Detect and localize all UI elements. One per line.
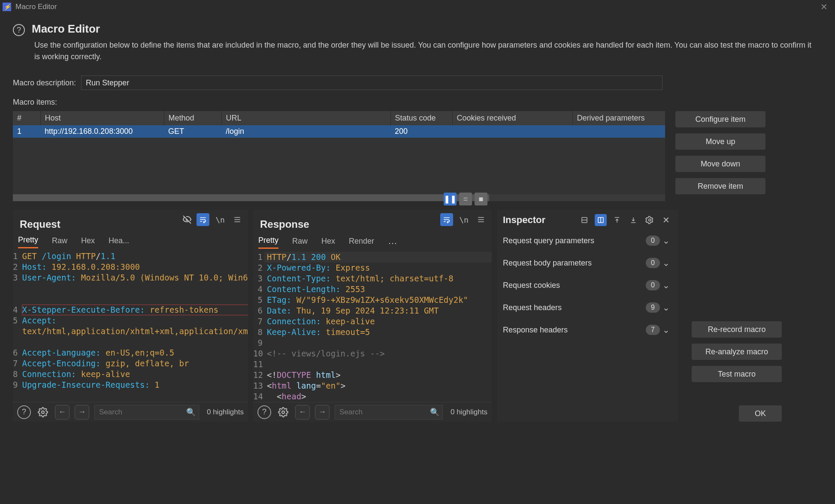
re-record-macro-button[interactable]: Re-record macro bbox=[692, 321, 782, 338]
hamburger-icon[interactable] bbox=[231, 213, 244, 226]
response-pane: ❚❚ = ■ \n Response PrettyRawHexRender… 1… bbox=[253, 210, 492, 422]
chevron-down-icon[interactable]: ⌄ bbox=[660, 302, 672, 313]
help-icon[interactable]: ? bbox=[13, 24, 25, 36]
gear-icon[interactable] bbox=[644, 214, 656, 226]
tab-pretty[interactable]: Pretty bbox=[258, 236, 278, 249]
column-header[interactable]: # bbox=[13, 111, 40, 125]
newline-icon[interactable]: \n bbox=[214, 213, 227, 226]
next-match-button[interactable]: → bbox=[75, 405, 89, 419]
tab-hex[interactable]: Hex bbox=[321, 237, 335, 248]
response-editor[interactable]: HTTP/1.1 200 OKX-Powered-By: ExpressCont… bbox=[264, 252, 492, 402]
hamburger-icon[interactable] bbox=[475, 213, 487, 226]
test-macro-button[interactable]: Test macro bbox=[692, 366, 782, 382]
chevron-down-icon[interactable]: ⌄ bbox=[660, 280, 672, 290]
gear-icon[interactable] bbox=[36, 405, 50, 419]
inspector-row[interactable]: Response headers7⌄ bbox=[497, 319, 678, 341]
search-icon[interactable]: 🔍 bbox=[430, 407, 439, 417]
request-search-input[interactable] bbox=[94, 405, 199, 419]
pause-icon[interactable]: ❚❚ bbox=[444, 193, 457, 205]
chevron-down-icon[interactable]: ⌄ bbox=[660, 235, 672, 246]
window-close-button[interactable]: ✕ bbox=[814, 1, 833, 12]
tab-hea[interactable]: Hea... bbox=[109, 236, 129, 248]
move-down-button[interactable]: Move down bbox=[675, 156, 765, 172]
column-header[interactable]: URL bbox=[221, 111, 390, 125]
inspector-row-label: Request cookies bbox=[503, 281, 560, 290]
inspector-row-label: Request body parameters bbox=[503, 259, 592, 268]
response-highlight-count: 0 highlights bbox=[448, 408, 487, 416]
configure-item-button[interactable]: Configure item bbox=[675, 111, 765, 127]
column-header[interactable]: Derived parameters bbox=[572, 111, 665, 125]
remove-item-button[interactable]: Remove item bbox=[675, 178, 765, 194]
prev-match-button[interactable]: ← bbox=[295, 405, 310, 419]
layout-rows-icon[interactable] bbox=[578, 214, 590, 226]
intro-text: Use the configuration below to define th… bbox=[34, 39, 815, 63]
close-icon[interactable]: ✕ bbox=[660, 214, 672, 226]
chevron-down-icon[interactable]: ⌄ bbox=[660, 258, 672, 268]
tab-hex[interactable]: Hex bbox=[81, 236, 95, 248]
count-badge: 0 bbox=[646, 280, 660, 290]
response-search-input[interactable] bbox=[335, 405, 443, 419]
inspector-row-label: Request headers bbox=[503, 303, 562, 312]
column-header[interactable]: Status code bbox=[390, 111, 452, 125]
svg-point-0 bbox=[42, 411, 44, 413]
tab-raw[interactable]: Raw bbox=[52, 236, 67, 248]
request-pane: \n Request PrettyRawHexHea... 123456789 … bbox=[13, 210, 248, 422]
collapse-up-icon[interactable] bbox=[611, 214, 623, 226]
count-badge: 9 bbox=[646, 302, 660, 313]
column-header[interactable]: Cookies received bbox=[452, 111, 572, 125]
inspector-row-label: Request query parameters bbox=[503, 236, 594, 245]
help-icon[interactable]: ? bbox=[17, 405, 31, 419]
request-highlight-count: 0 highlights bbox=[204, 408, 244, 416]
wrap-toggle-button[interactable] bbox=[197, 213, 209, 226]
svg-point-1 bbox=[282, 411, 284, 413]
svg-point-4 bbox=[649, 219, 651, 221]
tab-render[interactable]: Render bbox=[349, 237, 374, 248]
search-icon[interactable]: 🔍 bbox=[186, 407, 196, 417]
help-icon[interactable]: ? bbox=[257, 405, 271, 419]
count-badge: 7 bbox=[646, 325, 660, 335]
inspector-row-label: Response headers bbox=[503, 326, 568, 335]
request-editor[interactable]: GET /login HTTP/1.1Host: 192.168.0.208:3… bbox=[19, 251, 248, 402]
newline-icon[interactable]: \n bbox=[457, 213, 470, 226]
inspector-row[interactable]: Request query parameters0⌄ bbox=[497, 229, 678, 252]
equals-icon[interactable]: = bbox=[459, 193, 472, 205]
page-title: Macro Editor bbox=[32, 22, 100, 36]
app-icon: ⚡ bbox=[3, 3, 11, 11]
eye-off-icon[interactable] bbox=[182, 214, 192, 225]
macro-description-input[interactable] bbox=[81, 75, 663, 90]
column-header[interactable]: Host bbox=[40, 111, 164, 125]
inspector-row[interactable]: Request body parameters0⌄ bbox=[497, 252, 678, 274]
table-row[interactable]: 1http://192.168.0.208:3000GET/login200 bbox=[13, 125, 665, 138]
more-tabs-icon[interactable]: … bbox=[388, 235, 398, 249]
inspector-panel: Inspector bbox=[497, 210, 678, 422]
table-horizontal-scrollbar[interactable] bbox=[13, 194, 665, 201]
inspector-row[interactable]: Request cookies0⌄ bbox=[497, 274, 678, 296]
wrap-toggle-button[interactable] bbox=[440, 213, 453, 226]
re-analyze-macro-button[interactable]: Re-analyze macro bbox=[692, 344, 782, 360]
gear-icon[interactable] bbox=[276, 405, 290, 419]
column-header[interactable]: Method bbox=[164, 111, 221, 125]
ok-button[interactable]: OK bbox=[739, 405, 782, 422]
next-match-button[interactable]: → bbox=[315, 405, 330, 419]
macro-items-table[interactable]: #HostMethodURLStatus codeCookies receive… bbox=[13, 111, 665, 138]
count-badge: 0 bbox=[646, 258, 660, 268]
macro-description-label: Macro description: bbox=[13, 78, 76, 88]
macro-items-label: Macro items: bbox=[13, 98, 822, 107]
move-up-button[interactable]: Move up bbox=[675, 133, 765, 150]
window-titlebar: ⚡ Macro Editor ✕ bbox=[0, 0, 835, 14]
layout-columns-icon[interactable] bbox=[595, 214, 607, 226]
inspector-title: Inspector bbox=[503, 214, 545, 226]
prev-match-button[interactable]: ← bbox=[55, 405, 70, 419]
stop-icon[interactable]: ■ bbox=[475, 193, 487, 205]
window-title: Macro Editor bbox=[15, 3, 57, 11]
count-badge: 0 bbox=[646, 235, 660, 246]
collapse-down-icon[interactable] bbox=[627, 214, 639, 226]
tab-pretty[interactable]: Pretty bbox=[18, 235, 38, 248]
tab-raw[interactable]: Raw bbox=[292, 237, 308, 248]
inspector-row[interactable]: Request headers9⌄ bbox=[497, 296, 678, 319]
chevron-down-icon[interactable]: ⌄ bbox=[660, 325, 672, 335]
